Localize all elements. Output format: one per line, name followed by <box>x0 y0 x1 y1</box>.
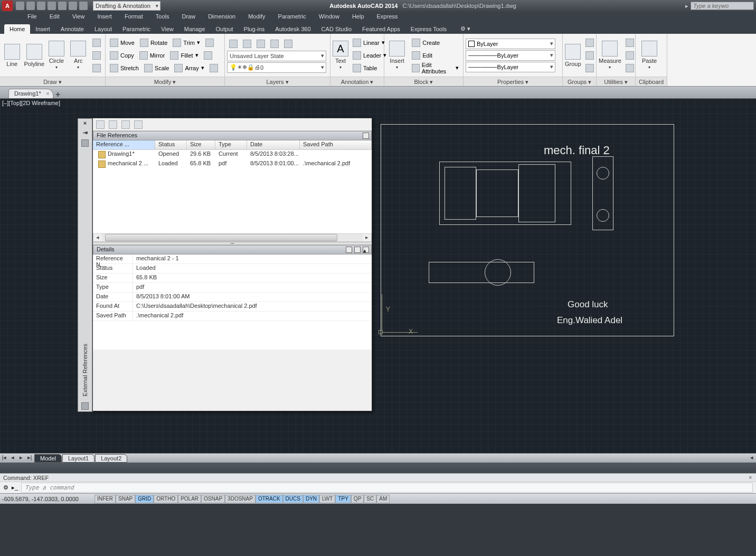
color-dropdown[interactable]: ByLayer <box>466 39 555 49</box>
ribbon-tab-plug-ins[interactable]: Plug-ins <box>239 24 270 34</box>
app-logo-icon[interactable]: A <box>2 1 13 11</box>
toggle-polar[interactable]: POLAR <box>178 495 201 503</box>
viewport-control-label[interactable]: [–][Top][2D Wireframe] <box>2 100 60 106</box>
workspace-dropdown[interactable]: Drafting & Annotation <box>93 1 160 11</box>
command-line[interactable]: ⚙ ▸_ Type a command <box>0 482 756 493</box>
array-button[interactable]: Array ▾ <box>172 62 206 74</box>
info-icon[interactable]: ▸ <box>685 3 688 10</box>
undo-icon[interactable] <box>69 2 77 10</box>
col-savedpath[interactable]: Saved Path <box>300 140 372 149</box>
insert-button[interactable]: Insert▾ <box>386 35 408 76</box>
draw-extra2[interactable] <box>90 50 103 61</box>
new-icon[interactable] <box>16 2 24 10</box>
grp3[interactable] <box>583 62 596 74</box>
table-row[interactable]: Drawing1*Opened29.6 KBCurrent8/5/2013 8:… <box>93 150 372 159</box>
palette-side-bar[interactable]: × ⇥ External References <box>78 118 92 412</box>
toggle-am[interactable]: AM <box>376 495 390 503</box>
panel-title-block[interactable]: Block ▾ <box>384 77 463 86</box>
menu-dimension[interactable]: Dimension <box>202 12 242 23</box>
panel-title-properties[interactable]: Properties ▾ <box>464 77 562 86</box>
tab-first-icon[interactable]: |◂ <box>0 454 8 463</box>
cmd-settings-icon[interactable]: ⚙ <box>3 484 8 491</box>
line-button[interactable]: Line <box>2 35 22 76</box>
tab-last-icon[interactable]: ▸| <box>25 454 34 463</box>
circle-button[interactable]: Circle▾ <box>46 35 66 76</box>
trim-button[interactable]: Trim ▾ <box>171 37 202 49</box>
table-button[interactable]: Table <box>351 62 389 74</box>
editattr-button[interactable]: Edit Attributes ▾ <box>410 62 461 74</box>
layer-ico5[interactable] <box>282 38 295 50</box>
menu-tools[interactable]: Tools <box>149 12 176 23</box>
scale-button[interactable]: Scale <box>142 62 172 74</box>
leader-button[interactable]: Leader ▾ <box>351 50 389 61</box>
layer-ico4[interactable] <box>268 38 281 50</box>
col-size[interactable]: Size <box>187 140 215 149</box>
col-type[interactable]: Type <box>215 140 247 149</box>
toggle-osnap[interactable]: OSNAP <box>201 495 225 503</box>
scroll-left-icon[interactable]: ◂ <box>748 454 756 463</box>
layer-ico2[interactable] <box>241 38 253 50</box>
toggle-grid[interactable]: GRID <box>135 495 154 503</box>
attach-icon[interactable] <box>96 120 105 129</box>
ribbon-tab-annotate[interactable]: Annotate <box>55 24 89 34</box>
ribbon-tab-layout[interactable]: Layout <box>89 24 117 34</box>
collapse-icon[interactable]: ▴ <box>363 247 369 253</box>
refresh-icon[interactable] <box>109 120 117 129</box>
tab-layout1[interactable]: Layout1 <box>62 454 94 463</box>
toggle-snap[interactable]: SNAP <box>116 495 135 503</box>
util3[interactable] <box>623 62 636 74</box>
fillet-button[interactable]: Fillet ▾ <box>168 50 200 61</box>
palette-close-icon[interactable]: × <box>81 120 89 127</box>
mod-ico2[interactable] <box>202 50 214 61</box>
menu-edit[interactable]: Edit <box>43 12 66 23</box>
palette-options-icon[interactable] <box>81 402 89 410</box>
menu-format[interactable]: Format <box>118 12 149 23</box>
ribbon-tab-autodesk360[interactable]: Autodesk 360 <box>270 24 316 34</box>
panel-title-modify[interactable]: Modify ▾ <box>106 77 224 86</box>
close-icon[interactable]: × <box>46 90 49 97</box>
util1[interactable] <box>623 37 636 49</box>
menu-help[interactable]: Help <box>346 12 371 23</box>
arc-button[interactable]: Arc▾ <box>69 35 88 76</box>
command-input[interactable]: Type a command <box>21 483 753 493</box>
col-date[interactable]: Date <box>247 140 300 149</box>
tab-model[interactable]: Model <box>34 454 62 463</box>
toggle-infer[interactable]: INFER <box>94 495 116 503</box>
saveas-icon[interactable] <box>48 2 56 10</box>
layer-current-dropdown[interactable]: 💡☀❄🔒🖨 0 <box>227 62 326 73</box>
toggle-sc[interactable]: SC <box>364 495 376 503</box>
ribbon-tab-manage[interactable]: Manage <box>179 24 211 34</box>
print-icon[interactable] <box>58 2 67 10</box>
measure-button[interactable]: Measure▾ <box>599 35 621 76</box>
tab-prev-icon[interactable]: ◂ <box>8 454 17 463</box>
coordinates-display[interactable]: -609.5879, -147.0303, 0.0000 <box>2 496 94 502</box>
file-references-header[interactable]: File References <box>93 131 372 140</box>
util2[interactable] <box>623 50 636 61</box>
stretch-button[interactable]: Stretch <box>108 62 141 74</box>
ribbon-settings-icon[interactable]: ⚙ ▾ <box>455 24 476 34</box>
ribbon-tab-expresstools[interactable]: Express Tools <box>405 24 452 34</box>
toggle-lwt[interactable]: LWT <box>319 495 335 503</box>
ribbon-tab-parametric[interactable]: Parametric <box>117 24 156 34</box>
ribbon-tab-output[interactable]: Output <box>211 24 239 34</box>
details-header[interactable]: Details▴ <box>93 245 372 255</box>
menu-draw[interactable]: Draw <box>175 12 202 23</box>
mod-ico1[interactable] <box>203 37 216 49</box>
col-status[interactable]: Status <box>155 140 187 149</box>
panel-title-draw[interactable]: Draw ▾ <box>0 77 105 86</box>
toggle-dyn[interactable]: DYN <box>303 495 319 503</box>
horizontal-scrollbar[interactable]: ◂▸ <box>93 233 372 242</box>
layer-ico3[interactable] <box>254 38 267 50</box>
move-button[interactable]: Move <box>108 37 137 49</box>
panel-title-utilities[interactable]: Utilities ▾ <box>597 77 635 86</box>
menu-express[interactable]: Express <box>371 12 404 23</box>
table-header[interactable]: Reference ... Status Size Type Date Save… <box>93 140 372 150</box>
grp2[interactable] <box>583 50 596 61</box>
menu-window[interactable]: Window <box>313 12 346 23</box>
toggle-otrack[interactable]: OTRACK <box>256 495 283 503</box>
lineweight-dropdown[interactable]: ─────── ByLayer <box>466 50 555 61</box>
linetype-dropdown[interactable]: ─────── ByLayer <box>466 62 555 72</box>
copy-button[interactable]: Copy <box>108 50 136 61</box>
search-input[interactable]: Type a keywo <box>691 2 754 10</box>
grp1[interactable] <box>583 37 596 49</box>
